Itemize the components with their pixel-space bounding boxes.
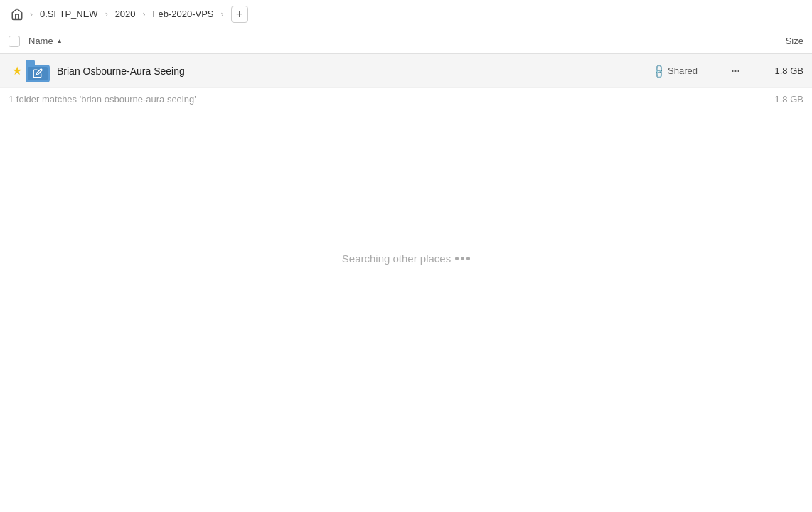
separator-2: › (105, 9, 108, 19)
match-size: 1.8 GB (775, 94, 803, 105)
link-icon: 🔗 (651, 63, 667, 79)
star-button[interactable]: ★ (9, 64, 26, 78)
separator-3: › (143, 9, 146, 19)
column-header: Name ▲ Size (0, 28, 812, 54)
searching-label: Searching other places (342, 252, 451, 265)
name-column-header[interactable]: Name ▲ (28, 36, 747, 46)
separator-4: › (221, 9, 224, 19)
loading-indicator (455, 257, 470, 260)
home-button[interactable] (9, 6, 26, 23)
searching-other-places: Searching other places (0, 252, 812, 265)
breadcrumb-item-feb[interactable]: Feb-2020-VPS (150, 7, 217, 21)
match-info-bar: 1 folder matches 'brian osbourne-aura se… (0, 88, 812, 110)
shared-status: 🔗 Shared (653, 65, 724, 77)
select-all-checkbox[interactable] (9, 36, 28, 47)
breadcrumb-bar: › 0.SFTP_NEW › 2020 › Feb-2020-VPS › + (0, 0, 812, 28)
shared-label: Shared (668, 65, 698, 76)
add-breadcrumb-button[interactable]: + (231, 6, 248, 23)
more-options-button[interactable]: ··· (724, 63, 747, 78)
size-column-header[interactable]: Size (747, 36, 803, 46)
breadcrumb-item-sftp[interactable]: 0.SFTP_NEW (37, 7, 101, 21)
match-text: 1 folder matches 'brian osbourne-aura se… (9, 94, 196, 105)
file-name: Brian Osbourne-Aura Seeing (57, 65, 653, 77)
file-size: 1.8 GB (747, 65, 803, 76)
folder-icon (26, 58, 51, 84)
breadcrumb-item-2020[interactable]: 2020 (112, 7, 139, 21)
file-row[interactable]: ★ Brian Osbourne-Aura Seeing 🔗 Shared ··… (0, 54, 812, 88)
sort-arrow-icon: ▲ (56, 37, 63, 45)
separator-1: › (30, 9, 33, 19)
